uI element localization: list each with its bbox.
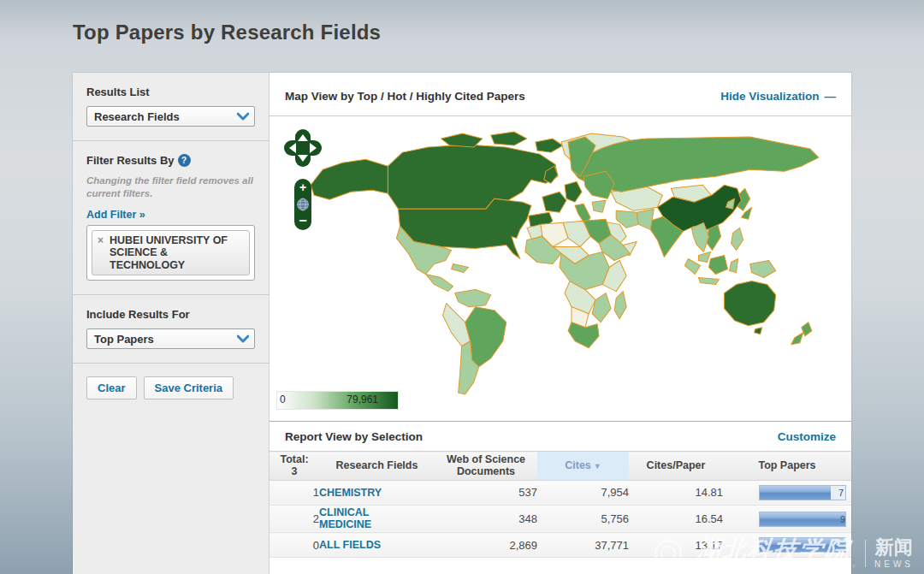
country[interactable] [637,209,654,229]
total-count: 3 [273,465,316,477]
cites-value: 5,756 [537,505,629,533]
country[interactable] [491,132,527,145]
map-legend: 0 79,961 [276,391,399,410]
col-cites-per-paper[interactable]: Cites/Paper [629,452,723,481]
legend-gradient-bar [276,391,399,410]
clear-button[interactable]: Clear [86,376,137,399]
visualization-panel: Map View by Top / Hot / Highly Cited Pap… [270,73,851,574]
help-icon[interactable]: ? [178,154,191,167]
map-zoom-control[interactable]: + − [293,178,312,231]
country[interactable] [732,228,743,250]
content-area: Results List Research Fields Filter Resu… [73,73,851,574]
watermark-news: 新闻 NEWS [874,538,921,569]
filter-results-label-text: Filter Results By [86,154,175,167]
country[interactable] [388,145,558,209]
filter-results-label: Filter Results By? [86,154,255,167]
zoom-out-button[interactable]: − [299,213,306,228]
include-results-value: Top Papers [94,333,154,346]
hide-visualization-link[interactable]: Hide Visualization— [720,90,836,103]
chevron-down-icon [237,334,249,343]
filter-results-section: Filter Results By? Changing the filter f… [73,140,269,294]
active-filters-box: × HUBEI UNIVERSITY OF SCIENCE & TECHNOLO… [86,225,255,281]
cites-per-paper-value: 16.54 [629,505,723,533]
docs-value: 348 [435,505,537,533]
country[interactable] [684,258,700,274]
field-link[interactable]: ALL FIELDS [319,540,381,552]
page-title: Top Papers by Research Fields [73,21,381,44]
col-cites-sorted[interactable]: Cites▼ [537,452,629,481]
bar-fill [760,512,845,526]
map-title: Map View by Top / Hot / Highly Cited Pap… [285,90,525,103]
country[interactable] [452,264,469,273]
table-row: 1 CHEMISTRY 537 7,954 14.81 7 [270,480,851,505]
country[interactable] [565,181,582,202]
docs-value: 537 [435,480,537,505]
row-rank: 0 [270,533,319,558]
col-research-fields[interactable]: Research Fields [319,452,435,481]
legend-max-value: 79,961 [346,394,378,405]
country[interactable] [708,255,727,274]
world-map[interactable] [270,116,851,422]
country[interactable] [698,278,719,285]
cites-value: 7,954 [537,480,629,505]
collapse-icon: — [825,90,837,103]
col-top-papers[interactable]: Top Papers [723,452,851,481]
docs-value: 2,869 [435,533,537,558]
bar-fill [760,538,845,552]
country[interactable] [455,290,491,307]
top-papers-bar: 9 [759,512,846,527]
country[interactable] [730,258,738,272]
map-controls: + − [283,128,323,234]
cites-value: 37,771 [537,533,629,558]
top-papers-value: 9 [840,514,845,524]
include-results-label: Include Results For [86,308,255,321]
sidebar-actions: Clear Save Criteria [73,363,269,412]
col-total: Total:3 [270,452,319,481]
table-row: 0 ALL FIELDS 2,869 37,771 13.17 [270,533,851,558]
country[interactable] [441,133,483,147]
chevron-down-icon [237,112,249,121]
cites-per-paper-value: 14.81 [629,480,723,505]
country[interactable] [592,293,611,323]
row-rank: 2 [270,505,319,533]
country[interactable] [725,281,776,326]
remove-filter-icon[interactable]: × [98,234,104,246]
country[interactable] [592,200,606,212]
country[interactable] [542,192,566,212]
results-list-label: Results List [86,86,255,98]
add-filter-link[interactable]: Add Filter » [86,209,145,221]
watermark-news-cn: 新闻 [875,538,913,557]
results-list-value: Research Fields [94,110,180,123]
map-header: Map View by Top / Hot / Highly Cited Pap… [270,73,851,116]
results-list-section: Results List Research Fields [73,73,269,140]
col-wos-documents[interactable]: Web of Science Documents [435,452,537,481]
watermark-divider [865,540,866,567]
customize-link[interactable]: Customize [778,430,836,443]
hide-visualization-label: Hide Visualization [720,90,819,103]
report-header: Report View by Selection Customize [270,421,851,451]
country[interactable] [750,260,776,277]
filter-chip-label: HUBEI UNIVERSITY OF SCIENCE & TECHNOLOGY [110,234,244,271]
country[interactable] [536,139,563,152]
bar-fill [760,486,831,500]
country[interactable] [698,251,710,262]
country[interactable] [614,292,626,319]
field-link[interactable]: CHEMISTRY [319,488,382,500]
map-pan-control[interactable] [283,128,323,168]
row-rank: 1 [270,480,319,505]
report-title: Report View by Selection [285,430,423,443]
filters-sidebar: Results List Research Fields Filter Resu… [73,73,270,574]
include-results-select[interactable]: Top Papers [86,328,255,349]
map-area: + − 0 79,961 [270,116,851,421]
save-criteria-button[interactable]: Save Criteria [144,376,234,399]
country[interactable] [755,328,762,334]
country[interactable] [791,333,803,345]
country[interactable] [426,275,453,292]
country[interactable] [560,251,609,289]
results-list-select[interactable]: Research Fields [86,106,255,127]
field-link[interactable]: CLINICAL MEDICINE [319,507,400,531]
zoom-in-button[interactable]: + [299,180,306,194]
filter-chip[interactable]: × HUBEI UNIVERSITY OF SCIENCE & TECHNOLO… [92,230,250,275]
top-papers-bar [759,537,846,553]
top-papers-value: 7 [838,488,844,498]
